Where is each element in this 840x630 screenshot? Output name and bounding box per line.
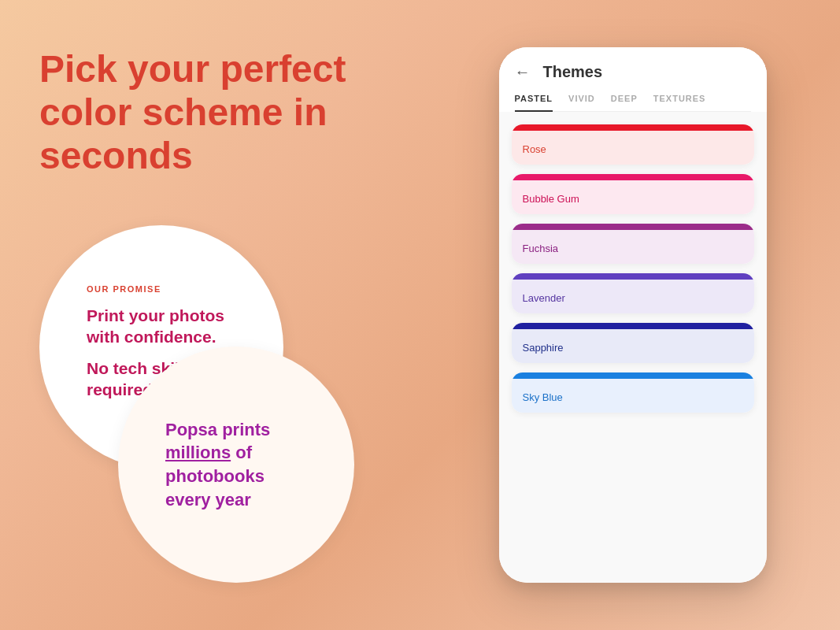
- theme-card-rose[interactable]: Rose: [512, 124, 754, 165]
- promise-text-1: Print your photos with confidence.: [87, 305, 244, 348]
- screen-title: Themes: [543, 63, 603, 81]
- stats-highlight: millions: [165, 443, 231, 462]
- theme-name-sapphire: Sapphire: [512, 334, 754, 363]
- theme-bar-lavender: [512, 273, 754, 280]
- theme-bg-lavender: Lavender: [512, 280, 754, 313]
- back-button[interactable]: ←: [515, 63, 531, 81]
- circles-container: OUR PROMISE Print your photos with confi…: [39, 209, 417, 583]
- phone-header: ← Themes PASTEL VIVID DEEP TEXTURES: [499, 47, 767, 112]
- theme-name-bubblegum: Bubble Gum: [512, 185, 754, 214]
- theme-card-fuchsia[interactable]: Fuchsia: [512, 224, 754, 264]
- theme-card-bubblegum[interactable]: Bubble Gum: [512, 174, 754, 214]
- theme-bar-bubblegum: [512, 174, 754, 180]
- theme-card-sapphire[interactable]: Sapphire: [512, 323, 754, 363]
- phone-tabs: PASTEL VIVID DEEP TEXTURES: [515, 94, 751, 112]
- theme-bg-fuchsia: Fuchsia: [512, 230, 754, 264]
- themes-list: Rose Bubble Gum Fuchsia: [499, 112, 767, 583]
- main-headline: Pick your perfect color scheme in second…: [39, 47, 401, 178]
- theme-name-rose: Rose: [512, 135, 754, 165]
- tab-textures[interactable]: TEXTURES: [653, 94, 706, 111]
- theme-bar-skyblue: [512, 372, 754, 379]
- main-container: Pick your perfect color scheme in second…: [0, 0, 840, 630]
- tab-deep[interactable]: DEEP: [611, 94, 638, 111]
- theme-bg-rose: Rose: [512, 131, 754, 165]
- stats-line1: Popsa prints: [165, 420, 270, 439]
- theme-bg-bubblegum: Bubble Gum: [512, 180, 754, 214]
- theme-card-skyblue[interactable]: Sky Blue: [512, 372, 754, 413]
- phone-nav: ← Themes: [515, 63, 751, 81]
- stats-text: Popsa prints millions ofphotobooksevery …: [165, 418, 270, 512]
- phone-screen: ← Themes PASTEL VIVID DEEP TEXTURES: [499, 47, 767, 583]
- left-section: Pick your perfect color scheme in second…: [0, 0, 441, 630]
- promise-label: OUR PROMISE: [87, 284, 161, 294]
- tab-vivid[interactable]: VIVID: [568, 94, 595, 111]
- right-section: ← Themes PASTEL VIVID DEEP TEXTURES: [441, 0, 840, 630]
- theme-bg-sapphire: Sapphire: [512, 329, 754, 363]
- theme-name-fuchsia: Fuchsia: [512, 235, 754, 264]
- stats-circle: Popsa prints millions ofphotobooksevery …: [118, 346, 354, 583]
- theme-card-lavender[interactable]: Lavender: [512, 273, 754, 313]
- theme-name-lavender: Lavender: [512, 284, 754, 313]
- theme-name-skyblue: Sky Blue: [512, 384, 754, 413]
- tab-pastel[interactable]: PASTEL: [515, 94, 553, 111]
- theme-bar-rose: [512, 124, 754, 131]
- theme-bar-sapphire: [512, 323, 754, 329]
- phone-mockup: ← Themes PASTEL VIVID DEEP TEXTURES: [499, 47, 767, 583]
- theme-bg-skyblue: Sky Blue: [512, 379, 754, 413]
- theme-bar-fuchsia: [512, 224, 754, 230]
